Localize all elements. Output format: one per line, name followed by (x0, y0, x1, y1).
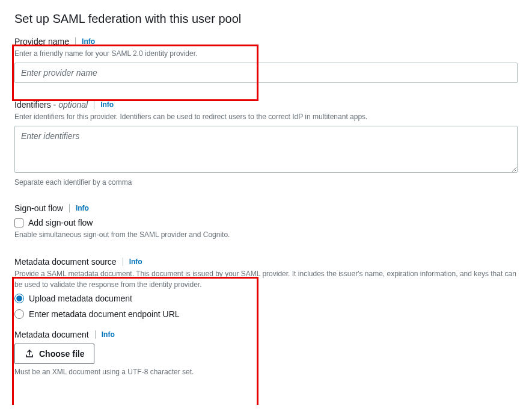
identifiers-input[interactable] (14, 126, 518, 173)
identifiers-description: Enter identifiers for this provider. Ide… (14, 111, 518, 122)
choose-file-button[interactable]: Choose file (14, 344, 94, 364)
form-container: Set up SAML federation with this user po… (14, 12, 518, 376)
provider-name-header: Provider name Info (14, 37, 518, 46)
signout-checkbox-label[interactable]: Add sign-out flow (28, 218, 93, 227)
signout-description: Enable simultaneous sign-out from the SA… (14, 229, 518, 240)
upload-icon (25, 349, 34, 359)
provider-name-description: Enter a friendly name for your SAML 2.0 … (14, 48, 518, 59)
identifiers-optional: optional (58, 100, 88, 110)
provider-name-label: Provider name (14, 37, 69, 46)
divider (123, 258, 123, 266)
info-link-metadata-source[interactable]: Info (129, 258, 142, 266)
radio-upload-label[interactable]: Upload metadata document (29, 294, 132, 303)
signout-checkbox[interactable] (14, 218, 23, 227)
signout-header: Sign-out flow Info (14, 203, 518, 213)
info-link-signout[interactable]: Info (76, 204, 89, 212)
identifiers-header: Identifiers - optional Info (14, 100, 518, 110)
metadata-document-header: Metadata document Info (14, 330, 518, 339)
identifiers-label-text: Identifiers - (14, 100, 58, 110)
info-link-identifiers[interactable]: Info (100, 100, 114, 109)
radio-url-label[interactable]: Enter metadata document endpoint URL (29, 309, 180, 319)
identifiers-label: Identifiers - optional (14, 100, 88, 110)
provider-name-input[interactable] (14, 63, 518, 83)
divider (95, 330, 96, 339)
radio-upload-row: Upload metadata document (14, 294, 518, 303)
radio-url[interactable] (14, 309, 24, 319)
section-signout: Sign-out flow Info Add sign-out flow Ena… (14, 203, 518, 240)
radio-upload[interactable] (14, 294, 24, 303)
signout-label: Sign-out flow (14, 203, 63, 213)
divider (69, 204, 70, 212)
info-link-metadata-document[interactable]: Info (102, 330, 115, 339)
metadata-source-header: Metadata document source Info (14, 257, 518, 267)
metadata-document-label: Metadata document (14, 330, 89, 339)
section-metadata-source: Metadata document source Info Provide a … (14, 257, 518, 319)
radio-url-row: Enter metadata document endpoint URL (14, 309, 518, 319)
section-provider-name: Provider name Info Enter a friendly name… (14, 37, 518, 83)
signout-checkbox-row: Add sign-out flow (14, 218, 518, 227)
divider (75, 37, 76, 46)
section-metadata-document: Metadata document Info Choose file Must … (14, 330, 518, 376)
page-title: Set up SAML federation with this user po… (14, 12, 518, 26)
divider (94, 100, 94, 109)
info-link-provider-name[interactable]: Info (82, 37, 95, 46)
section-identifiers: Identifiers - optional Info Enter identi… (14, 100, 518, 187)
metadata-document-hint: Must be an XML document using a UTF-8 ch… (14, 368, 518, 376)
choose-file-label: Choose file (39, 349, 84, 359)
identifiers-hint: Separate each identifier by a comma (14, 178, 518, 187)
metadata-source-description: Provide a SAML metadata document. This d… (14, 268, 518, 290)
metadata-source-label: Metadata document source (14, 257, 117, 267)
